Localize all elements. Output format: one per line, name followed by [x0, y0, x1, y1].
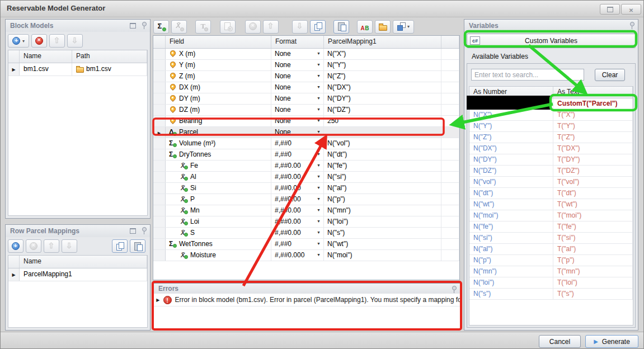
add-average-field-button[interactable]: ▾ — [171, 20, 187, 34]
variable-row[interactable]: N("mn") T("mn") — [469, 266, 633, 277]
variable-row[interactable]: N("Z") T("Z") — [469, 132, 633, 143]
format-dropdown[interactable]: None ▼ — [271, 93, 324, 104]
field-row[interactable]: Bearing None ▼ 250 — [153, 116, 459, 127]
move-mapping-down-button[interactable]: ▾ — [62, 239, 77, 253]
as-number-cell[interactable]: N("DX") — [469, 143, 553, 154]
as-text-cell[interactable]: T("loi") — [553, 277, 633, 288]
field-name-cell[interactable]: Loi — [166, 216, 271, 227]
generate-button[interactable]: ▶ Generate — [585, 335, 638, 348]
clear-search-button[interactable]: Clear — [595, 69, 625, 81]
field-row[interactable]: Volume (m³) #,##0 ▼ N("vol") — [153, 138, 459, 149]
as-text-cell[interactable]: T("fe") — [553, 221, 633, 232]
field-name-cell[interactable]: X (m) — [166, 49, 271, 59]
field-row[interactable]: Fe #,##0.00 ▼ N("fe") — [153, 161, 459, 172]
column-header-format[interactable]: Format — [271, 36, 324, 48]
as-text-cell[interactable]: CustomT("Parcel") — [553, 98, 633, 109]
mapping-cell[interactable]: N("fe") — [324, 161, 441, 171]
block-model-path-cell[interactable]: bm1.csv — [72, 63, 147, 76]
mapping-cell[interactable]: N("p") — [324, 194, 441, 205]
format-dropdown[interactable]: #,##0.000 ▼ — [271, 250, 324, 261]
field-row[interactable]: Z (m) None ▼ N("Z") — [153, 71, 459, 82]
move-field-down-button[interactable]: ▾ — [292, 20, 308, 34]
mapping-cell[interactable]: N("moi") — [324, 250, 441, 261]
field-name-cell[interactable]: Fe — [166, 161, 271, 171]
mapping-cell[interactable]: N("loi") — [324, 216, 441, 227]
field-row[interactable]: X (m) None ▼ N("X") — [153, 49, 459, 60]
variable-row[interactable]: N("si") T("si") — [469, 233, 633, 244]
field-name-cell[interactable]: Moisture — [166, 250, 271, 261]
as-number-cell[interactable]: N("Y") — [469, 121, 553, 131]
field-name-cell[interactable]: Bearing — [166, 116, 271, 126]
as-text-cell[interactable]: T("DY") — [553, 154, 633, 165]
as-number-cell[interactable]: N("al") — [469, 244, 553, 254]
mapping-cell[interactable]: 250 — [324, 116, 441, 126]
rename-fields-button[interactable]: ▾ — [357, 20, 373, 34]
delete-field-button[interactable]: ▾ — [245, 20, 261, 34]
mapping-cell[interactable]: N("wt") — [324, 239, 441, 249]
as-number-cell[interactable]: N("fe") — [469, 221, 553, 232]
as-text-cell[interactable]: T("mn") — [553, 266, 633, 277]
mapping-cell[interactable]: N("X") — [324, 49, 441, 59]
field-row[interactable]: DX (m) None ▼ N("DX") — [153, 82, 459, 93]
add-sum-field-button[interactable]: ▾ — [153, 20, 169, 34]
cancel-button[interactable]: Cancel — [539, 335, 581, 348]
as-text-cell[interactable]: T("si") — [553, 233, 633, 243]
maximize-panel-icon[interactable] — [130, 23, 136, 29]
mapping-cell[interactable]: N("al") — [324, 183, 441, 194]
variable-row[interactable]: N("p") T("p") — [469, 255, 633, 266]
field-name-cell[interactable]: Parcel — [166, 127, 271, 138]
add-text-field-button[interactable]: ▾ — [195, 20, 211, 34]
format-dropdown[interactable]: None ▼ — [271, 82, 324, 93]
field-name-cell[interactable]: S — [166, 228, 271, 238]
close-button[interactable]: ✕ — [621, 4, 641, 15]
field-row[interactable]: Y (m) None ▼ N("Y") — [153, 60, 459, 71]
field-row[interactable]: S #,##0.00 ▼ N("s") — [153, 228, 459, 239]
variable-row[interactable]: N("fe") T("fe") — [469, 221, 633, 233]
column-header-name[interactable]: Name — [20, 256, 147, 268]
field-row[interactable]: WetTonnes #,##0 ▼ N("wt") — [153, 239, 459, 250]
custom-variables-button[interactable]: c# Custom Variables — [467, 34, 636, 48]
field-row[interactable]: P #,##0.00 ▼ N("p") — [153, 194, 459, 205]
field-name-cell[interactable]: Mn — [166, 205, 271, 216]
move-mapping-up-button[interactable]: ▾ — [44, 239, 59, 253]
move-field-up-button[interactable]: ▾ — [263, 20, 279, 34]
format-dropdown[interactable]: #,##0 ▼ — [271, 138, 324, 149]
move-block-model-up-button[interactable]: ▾ — [49, 34, 65, 48]
as-number-cell[interactable]: N("p") — [469, 255, 553, 266]
variable-row[interactable]: N("loi") T("loi") — [469, 277, 633, 289]
format-dropdown[interactable]: #,##0.00 ▼ — [271, 205, 324, 216]
mapping-cell[interactable]: N("DY") — [324, 93, 441, 104]
variable-row[interactable]: N("moi") T("moi") — [469, 210, 633, 221]
field-name-cell[interactable]: WetTonnes — [166, 239, 271, 249]
paste-mapping-button[interactable]: ▾ — [130, 239, 145, 253]
mapping-cell[interactable]: N("mn") — [324, 205, 441, 216]
copy-mapping-button[interactable]: ▾ — [112, 239, 128, 253]
pin-icon[interactable] — [629, 22, 634, 29]
mapping-cell[interactable]: N("vol") — [324, 138, 441, 149]
paste-button[interactable]: ▾ — [333, 20, 349, 34]
as-number-cell[interactable]: N("X") — [469, 110, 553, 120]
as-number-cell[interactable]: N("Z") — [469, 132, 553, 143]
column-header-name[interactable]: Name — [20, 50, 72, 63]
as-text-cell[interactable]: T("moi") — [553, 210, 633, 221]
column-header-field[interactable]: Field — [166, 36, 271, 48]
format-dropdown[interactable]: #,##0 ▼ — [271, 239, 324, 249]
format-dropdown[interactable]: #,##0.00 ▼ — [271, 183, 324, 194]
block-model-row[interactable]: ▶ bm1.csv bm1.csv — [8, 63, 147, 76]
as-text-cell[interactable]: T("DZ") — [553, 166, 633, 176]
column-header-as-text[interactable]: As Text — [553, 87, 633, 98]
as-number-cell[interactable]: N("si") — [469, 233, 553, 243]
as-text-cell[interactable]: T("dt") — [553, 188, 633, 199]
titlebar[interactable]: Reservable Model Generator ✕ — [1, 1, 643, 17]
field-row[interactable]: DryTonnes #,##0 ▼ N("dt") — [153, 149, 459, 161]
variable-row[interactable]: N("s") T("s") — [469, 289, 633, 300]
format-dropdown[interactable]: #,##0 ▼ — [271, 149, 324, 160]
variable-row[interactable]: N("Y") T("Y") — [469, 121, 633, 132]
variable-search-input[interactable] — [471, 69, 584, 81]
format-dropdown[interactable]: None ▼ — [271, 116, 324, 126]
as-number-cell[interactable]: N("loi") — [469, 277, 553, 288]
field-row[interactable]: Loi #,##0.00 ▼ N("loi") — [153, 216, 459, 228]
variable-row[interactable]: N("dt") T("dt") — [469, 188, 633, 199]
as-text-cell[interactable]: T("wt") — [553, 199, 633, 210]
field-row[interactable]: Si #,##0.00 ▼ N("al") — [153, 183, 459, 194]
